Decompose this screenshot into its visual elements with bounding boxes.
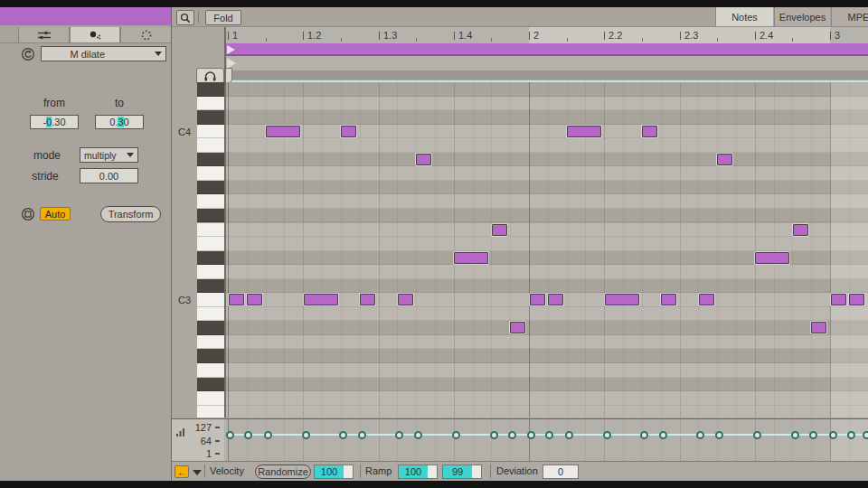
piano-key-B3[interactable] <box>197 138 224 153</box>
midi-note-C4[interactable] <box>642 126 657 137</box>
midi-note-C3[interactable] <box>661 294 676 305</box>
ramp-end-field[interactable]: 99 <box>442 465 482 479</box>
velocity-marker[interactable] <box>715 431 723 439</box>
velocity-marker[interactable] <box>395 431 403 439</box>
lane-fold-button[interactable]: ← <box>175 465 189 478</box>
piano-key-C#4[interactable] <box>197 110 224 125</box>
auto-button[interactable]: Auto <box>40 207 71 221</box>
tab-generate[interactable] <box>120 27 172 43</box>
velocity-marker[interactable] <box>863 431 868 439</box>
piano-key-A#3[interactable] <box>197 153 224 167</box>
midi-note-A#2[interactable] <box>510 322 525 333</box>
midi-note-C4[interactable] <box>567 126 601 137</box>
mode-dropdown[interactable]: multiply <box>80 147 138 163</box>
piano-key-D3[interactable] <box>197 265 224 279</box>
piano-key-G2[interactable] <box>197 363 224 378</box>
velocity-lane[interactable]: 127 64 1 <box>172 418 868 461</box>
midi-note-C3[interactable] <box>849 294 864 305</box>
reset-button[interactable] <box>21 47 35 65</box>
piano-key-C#3[interactable] <box>197 279 224 294</box>
velocity-marker[interactable] <box>809 431 817 439</box>
midi-note-C4[interactable] <box>341 126 356 137</box>
loop-toggle[interactable] <box>21 207 35 225</box>
velocity-marker[interactable] <box>414 431 422 439</box>
lane-chooser-caret-icon[interactable] <box>193 470 202 475</box>
piano-key-F2[interactable] <box>197 391 224 406</box>
piano-key-A#2[interactable] <box>197 321 224 335</box>
tab-clip[interactable] <box>18 27 70 43</box>
piano-key-F#2[interactable] <box>197 378 224 392</box>
fold-button[interactable]: Fold <box>205 10 241 25</box>
randomize-button[interactable]: Randomize <box>255 465 311 479</box>
velocity-marker[interactable] <box>659 431 667 439</box>
midi-note-C3[interactable] <box>548 294 563 305</box>
midi-note-C3[interactable] <box>360 294 375 305</box>
midi-note-D#3[interactable] <box>454 252 488 264</box>
piano-key-C4[interactable] <box>197 125 224 139</box>
velocity-marker[interactable] <box>791 431 799 439</box>
note-grid[interactable] <box>226 82 868 418</box>
midi-note-C3[interactable] <box>699 294 714 305</box>
piano-key-D#3[interactable] <box>197 251 224 266</box>
randomize-amount-field[interactable]: 100 <box>314 465 354 479</box>
velocity-marker[interactable] <box>603 431 611 439</box>
velocity-marker[interactable] <box>829 431 837 439</box>
velocity-marker[interactable] <box>226 431 234 439</box>
velocity-marker[interactable] <box>302 431 310 439</box>
midi-note-C3[interactable] <box>229 294 244 305</box>
piano-key-G#2[interactable] <box>197 349 224 363</box>
midi-note-C3[interactable] <box>605 294 639 305</box>
velocity-marker[interactable] <box>490 431 498 439</box>
piano-key-A2[interactable] <box>197 335 224 350</box>
tab-mpe[interactable]: MPE <box>831 7 868 26</box>
midi-note-C3[interactable] <box>530 294 545 305</box>
midi-note-C3[interactable] <box>247 294 262 305</box>
piano-key-G#3[interactable] <box>197 181 224 195</box>
midi-note-C3[interactable] <box>304 294 338 305</box>
piano-key-F#3[interactable] <box>197 209 224 223</box>
velocity-marker[interactable] <box>452 431 460 439</box>
velocity-marker[interactable] <box>508 431 516 439</box>
velocity-marker[interactable] <box>753 431 761 439</box>
tab-transform[interactable] <box>70 27 120 43</box>
velocity-marker[interactable] <box>565 431 573 439</box>
to-field[interactable]: 0.30 <box>95 115 144 129</box>
stride-field[interactable]: 0.00 <box>80 168 138 183</box>
piano-key-E2[interactable] <box>197 406 224 418</box>
velocity-marker[interactable] <box>527 431 535 439</box>
piano-key-E3[interactable] <box>197 237 224 251</box>
velocity-marker[interactable] <box>358 431 366 439</box>
velocity-marker[interactable] <box>640 431 648 439</box>
tab-envelopes[interactable]: Envelopes <box>774 7 830 26</box>
deviation-field[interactable]: 0 <box>542 465 579 479</box>
midi-note-C3[interactable] <box>398 294 413 305</box>
piano-key-A3[interactable] <box>197 166 224 181</box>
midi-note-A#3[interactable] <box>717 154 732 165</box>
midi-note-F3[interactable] <box>793 224 808 236</box>
velocity-marker[interactable] <box>545 431 553 439</box>
velocity-marker[interactable] <box>339 431 347 439</box>
piano-key-G3[interactable] <box>197 194 224 209</box>
midi-note-C4[interactable] <box>266 126 300 137</box>
loop-bar[interactable] <box>226 43 868 56</box>
loop-start-marker-icon[interactable] <box>227 45 235 54</box>
beat-time-ruler[interactable]: 11.21.31.422.22.32.43 <box>226 27 868 43</box>
piano-key-B2[interactable] <box>197 307 224 322</box>
tab-notes[interactable]: Notes <box>715 7 773 26</box>
midi-note-D#3[interactable] <box>755 252 789 264</box>
piano-key-F3[interactable] <box>197 223 224 238</box>
piano-key-D4[interactable] <box>197 97 224 111</box>
piano-key-C3[interactable] <box>197 293 224 307</box>
piano-key-D#4[interactable] <box>197 82 224 97</box>
velocity-marker[interactable] <box>244 431 252 439</box>
velocity-marker[interactable] <box>847 431 855 439</box>
transform-button[interactable]: Transform <box>100 206 161 222</box>
midi-note-F3[interactable] <box>492 224 507 236</box>
magnifier-button[interactable] <box>176 10 194 25</box>
scrub-area[interactable] <box>226 56 868 70</box>
velocity-marker[interactable] <box>696 431 704 439</box>
velocity-marker[interactable] <box>264 431 272 439</box>
midi-note-A#2[interactable] <box>811 322 826 333</box>
midi-note-A#3[interactable] <box>416 154 431 165</box>
preset-dropdown[interactable]: M dilate <box>41 46 166 61</box>
